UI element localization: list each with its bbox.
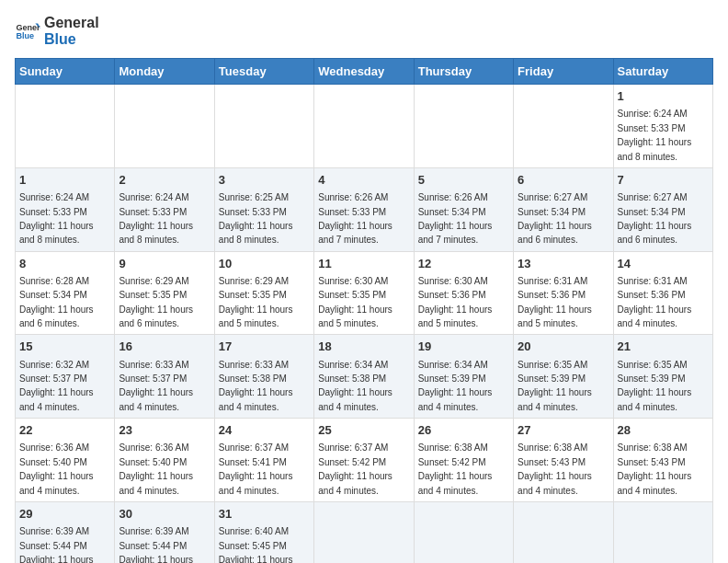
page-header: General Blue General Blue — [15, 15, 713, 47]
calendar-cell: 15 Sunrise: 6:32 AM Sunset: 5:37 PM Dayl… — [16, 335, 115, 419]
calendar-cell: 26 Sunrise: 6:38 AM Sunset: 5:42 PM Dayl… — [414, 419, 513, 502]
day-number: 30 — [119, 506, 210, 523]
header-friday: Friday — [514, 59, 613, 85]
day-sunset: Sunset: 5:34 PM — [518, 207, 586, 217]
day-daylight: Daylight: 11 hours and 6 minutes. — [19, 304, 94, 328]
calendar-cell: 19 Sunrise: 6:34 AM Sunset: 5:39 PM Dayl… — [414, 335, 513, 419]
day-number: 27 — [518, 422, 609, 439]
day-daylight: Daylight: 11 hours and 8 minutes. — [19, 221, 94, 245]
calendar-cell — [314, 85, 414, 168]
header-saturday: Saturday — [613, 59, 712, 85]
day-sunset: Sunset: 5:33 PM — [318, 207, 386, 217]
calendar-cell: 6 Sunrise: 6:27 AM Sunset: 5:34 PM Dayli… — [514, 167, 613, 251]
calendar-cell: 1 Sunrise: 6:24 AM Sunset: 5:33 PM Dayli… — [16, 167, 115, 251]
day-daylight: Daylight: 11 hours and 4 minutes. — [318, 471, 392, 495]
calendar-cell — [16, 85, 115, 168]
day-sunset: Sunset: 5:33 PM — [618, 123, 686, 133]
day-sunset: Sunset: 5:42 PM — [418, 457, 486, 467]
day-daylight: Daylight: 11 hours and 8 minutes. — [119, 221, 193, 245]
day-sunset: Sunset: 5:35 PM — [119, 290, 187, 300]
day-number: 7 — [618, 172, 709, 189]
day-daylight: Daylight: 11 hours and 4 minutes. — [518, 387, 592, 411]
day-sunrise: Sunrise: 6:31 AM — [518, 276, 587, 286]
day-number: 31 — [219, 506, 310, 523]
day-number: 28 — [618, 422, 709, 439]
day-number: 19 — [418, 339, 509, 355]
day-sunrise: Sunrise: 6:38 AM — [518, 442, 587, 453]
day-sunset: Sunset: 5:41 PM — [219, 457, 287, 467]
day-sunset: Sunset: 5:37 PM — [119, 373, 187, 384]
svg-text:Blue: Blue — [16, 31, 34, 40]
day-number: 4 — [318, 172, 409, 189]
day-sunrise: Sunrise: 6:30 AM — [318, 276, 388, 286]
calendar-cell: 17 Sunrise: 6:33 AM Sunset: 5:38 PM Dayl… — [214, 335, 313, 419]
day-sunrise: Sunrise: 6:29 AM — [219, 276, 289, 286]
day-sunset: Sunset: 5:38 PM — [219, 373, 287, 384]
day-sunset: Sunset: 5:39 PM — [618, 373, 686, 384]
day-daylight: Daylight: 11 hours and 4 minutes. — [119, 471, 193, 495]
day-daylight: Daylight: 11 hours and 8 minutes. — [618, 137, 692, 161]
calendar-cell: 20 Sunrise: 6:35 AM Sunset: 5:39 PM Dayl… — [514, 335, 613, 419]
day-daylight: Daylight: 11 hours and 4 minutes. — [618, 304, 692, 328]
day-number: 3 — [219, 172, 310, 189]
day-sunrise: Sunrise: 6:35 AM — [518, 360, 587, 370]
header-monday: Monday — [115, 59, 214, 85]
day-number: 9 — [119, 256, 210, 272]
day-sunrise: Sunrise: 6:38 AM — [418, 442, 488, 453]
day-sunrise: Sunrise: 6:39 AM — [19, 526, 89, 536]
calendar-cell: 5 Sunrise: 6:26 AM Sunset: 5:34 PM Dayli… — [414, 167, 513, 251]
day-daylight: Daylight: 11 hours and 6 minutes. — [618, 221, 692, 245]
calendar-cell — [414, 501, 513, 563]
day-daylight: Daylight: 11 hours and 4 minutes. — [518, 471, 592, 495]
calendar-cell: 8 Sunrise: 6:28 AM Sunset: 5:34 PM Dayli… — [16, 251, 115, 335]
calendar-cell — [414, 85, 513, 168]
day-daylight: Daylight: 11 hours and 4 minutes. — [219, 471, 293, 495]
day-number: 1 — [19, 172, 110, 189]
day-sunrise: Sunrise: 6:24 AM — [119, 192, 188, 202]
day-daylight: Daylight: 11 hours and 4 minutes. — [318, 387, 392, 411]
logo-icon: General Blue — [15, 18, 40, 44]
calendar-week-4: 22 Sunrise: 6:36 AM Sunset: 5:40 PM Dayl… — [16, 419, 713, 502]
day-daylight: Daylight: 11 hours and 5 minutes. — [219, 304, 293, 328]
day-sunrise: Sunrise: 6:24 AM — [618, 109, 688, 119]
day-daylight: Daylight: 11 hours and 4 minutes. — [618, 471, 692, 495]
calendar-cell — [514, 85, 613, 168]
day-number: 25 — [318, 422, 409, 439]
calendar-cell: 29 Sunrise: 6:39 AM Sunset: 5:44 PM Dayl… — [16, 501, 115, 563]
day-sunset: Sunset: 5:36 PM — [418, 290, 486, 300]
day-number: 2 — [119, 172, 210, 189]
day-daylight: Daylight: 11 hours and 4 minutes. — [618, 387, 692, 411]
day-sunset: Sunset: 5:34 PM — [618, 207, 686, 217]
day-daylight: Daylight: 11 hours and 4 minutes. — [219, 387, 293, 411]
day-sunset: Sunset: 5:42 PM — [318, 457, 386, 467]
header-wednesday: Wednesday — [314, 59, 414, 85]
day-sunset: Sunset: 5:45 PM — [219, 541, 287, 551]
day-sunset: Sunset: 5:34 PM — [19, 290, 87, 300]
day-number: 20 — [518, 339, 609, 355]
day-sunrise: Sunrise: 6:24 AM — [19, 192, 89, 202]
day-sunrise: Sunrise: 6:27 AM — [618, 192, 688, 202]
day-daylight: Daylight: 11 hours and 8 minutes. — [219, 221, 293, 245]
calendar-cell: 28 Sunrise: 6:38 AM Sunset: 5:43 PM Dayl… — [613, 419, 712, 502]
day-sunrise: Sunrise: 6:34 AM — [318, 360, 388, 370]
calendar-header-row: SundayMondayTuesdayWednesdayThursdayFrid… — [16, 59, 713, 85]
day-number: 26 — [418, 422, 509, 439]
day-sunset: Sunset: 5:35 PM — [219, 290, 287, 300]
day-sunset: Sunset: 5:40 PM — [119, 457, 187, 467]
day-sunset: Sunset: 5:43 PM — [618, 457, 686, 467]
calendar-cell: 11 Sunrise: 6:30 AM Sunset: 5:35 PM Dayl… — [314, 251, 414, 335]
day-number: 13 — [518, 256, 609, 272]
day-number: 8 — [19, 256, 110, 272]
calendar-cell — [214, 85, 313, 168]
day-number: 1 — [618, 88, 709, 105]
day-daylight: Daylight: 11 hours and 5 minutes. — [518, 304, 592, 328]
calendar-cell: 16 Sunrise: 6:33 AM Sunset: 5:37 PM Dayl… — [115, 335, 214, 419]
calendar-cell: 7 Sunrise: 6:27 AM Sunset: 5:34 PM Dayli… — [613, 167, 712, 251]
calendar-week-3: 15 Sunrise: 6:32 AM Sunset: 5:37 PM Dayl… — [16, 335, 713, 419]
day-sunrise: Sunrise: 6:36 AM — [119, 442, 188, 453]
day-sunset: Sunset: 5:37 PM — [19, 373, 87, 384]
day-sunrise: Sunrise: 6:39 AM — [119, 526, 188, 536]
day-daylight: Daylight: 11 hours and 6 minutes. — [518, 221, 592, 245]
day-number: 11 — [318, 256, 409, 272]
day-sunset: Sunset: 5:33 PM — [19, 207, 87, 217]
